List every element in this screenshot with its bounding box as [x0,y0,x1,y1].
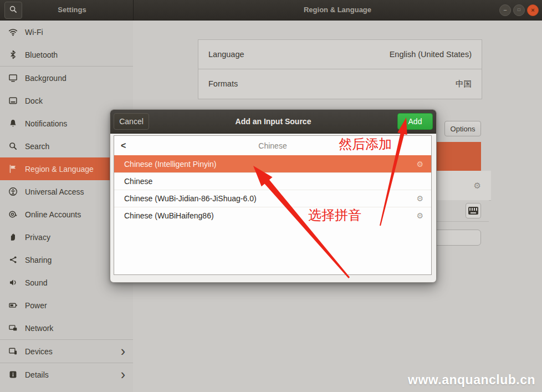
language-formats-panel: Language English (United States) Formats… [198,39,482,99]
minimize-icon: − [503,7,507,13]
language-row[interactable]: Language English (United States) [198,40,482,69]
formats-label: Formats [208,79,238,88]
sidebar-item-details[interactable]: Details › [0,363,133,386]
sidebar-item-label: Sound [25,278,47,287]
power-icon [8,301,18,310]
notifications-icon [8,119,18,129]
online-accounts-icon [8,210,18,220]
search-icon [8,141,18,151]
list-item-label: Chinese [124,177,152,186]
app-title: Settings [22,0,122,20]
list-item-label: Chinese (WuBi-Jidian-86-JiShuag-6.0) [124,194,257,203]
list-item-chinese-wubi-jidian[interactable]: Chinese (WuBi-Jidian-86-JiShuag-6.0) ⚙ [114,190,431,207]
list-header-label: Chinese [258,141,287,150]
options-button-label: Options [451,125,475,133]
sidebar-item-devices[interactable]: Devices › [0,339,133,363]
window-controls: − □ × [499,4,539,16]
sidebar-item-label: Bluetooth [25,50,58,59]
gear-icon: ⚙ [416,211,423,220]
sidebar-item-wifi[interactable]: Wi-Fi [0,21,133,43]
formats-row[interactable]: Formats 中国 [198,69,482,98]
sidebar-item-label: Search [25,142,49,151]
add-input-source-dialog: Cancel Add an Input Source Add < Chinese… [110,109,437,283]
list-item-label: Chinese (WuBiHaifeng86) [124,211,214,220]
list-item-chinese[interactable]: Chinese [114,172,431,190]
keyboard-layout-button[interactable] [466,203,481,218]
gear-icon: ⚙ [474,181,481,191]
input-source-row-partial[interactable]: ⚙ [434,171,491,201]
region-language-icon [8,164,18,174]
details-icon [8,370,18,380]
sidebar-item-dock[interactable]: Dock [0,89,133,112]
sidebar-item-label: Details [25,370,49,379]
sidebar-item-label: Network [25,324,53,333]
background-icon [8,73,18,83]
add-button-label: Add [408,117,422,126]
sidebar-item-label: Wi-Fi [25,28,43,37]
input-source-row-partial[interactable] [434,200,489,222]
options-button[interactable]: Options [444,121,481,136]
sound-icon [8,278,18,288]
list-item-chinese-wubihaifeng[interactable]: Chinese (WuBiHaifeng86) ⚙ [114,207,431,224]
formats-value: 中国 [456,79,472,89]
devices-icon [8,347,18,357]
network-icon [8,323,18,333]
titlebar: Settings Region & Language − □ × [0,0,542,21]
gear-icon: ⚙ [416,194,423,203]
search-icon [9,5,18,16]
maximize-icon: □ [518,8,520,12]
page-title: Region & Language [133,0,542,20]
list-item-chinese-intelligent-pinyin[interactable]: Chinese (Intelligent Pinyin) ⚙ [114,155,431,172]
list-item-label: Chinese (Intelligent Pinyin) [124,160,217,169]
list-header-row: < Chinese [114,136,431,155]
chevron-right-icon: › [121,368,125,381]
privacy-icon [8,232,18,242]
cancel-button[interactable]: Cancel [114,113,149,130]
sidebar-item-label: Notifications [25,119,67,128]
sidebar-item-label: Privacy [25,233,50,242]
wifi-icon [8,27,18,37]
close-icon: × [531,7,534,13]
sidebar-item-power[interactable]: Power [0,294,133,317]
sidebar-item-label: Background [25,74,67,83]
language-label: Language [208,50,244,59]
sidebar-item-label: Universal Access [25,187,84,196]
dialog-title: Add an Input Source [149,117,397,126]
back-button[interactable]: < [121,136,126,155]
search-button[interactable] [4,2,22,19]
sidebar-item-background[interactable]: Background [0,66,133,89]
dialog-header: Cancel Add an Input Source Add [110,110,436,134]
keyboard-icon [468,207,478,215]
chevron-right-icon: › [121,344,125,358]
sidebar-item-label: Dock [25,96,43,105]
sidebar-item-label: Region & Language [25,165,94,174]
input-source-list: < Chinese Chinese (Intelligent Pinyin) ⚙… [114,135,432,275]
close-button[interactable]: × [527,4,539,16]
sidebar-item-bluetooth[interactable]: Bluetooth [0,43,133,66]
sidebar-item-label: Online Accounts [25,210,81,219]
sidebar-item-label: Sharing [25,256,52,264]
sidebar-item-network[interactable]: Network [0,317,133,339]
universal-access-icon [8,187,18,197]
input-source-selected-row-partial[interactable] [434,142,481,171]
bluetooth-icon [8,50,18,60]
dock-icon [8,96,18,106]
gear-icon: ⚙ [416,160,423,169]
sharing-icon [8,255,18,265]
maximize-button[interactable]: □ [513,4,525,16]
watermark: www.anquanclub.cn [408,373,535,388]
sidebar-item-label: Power [25,301,47,310]
sidebar-item-label: Devices [25,347,53,356]
language-value: English (United States) [390,50,472,59]
minimize-button[interactable]: − [499,4,511,16]
cancel-button-label: Cancel [119,117,144,126]
add-button[interactable]: Add [397,113,433,130]
